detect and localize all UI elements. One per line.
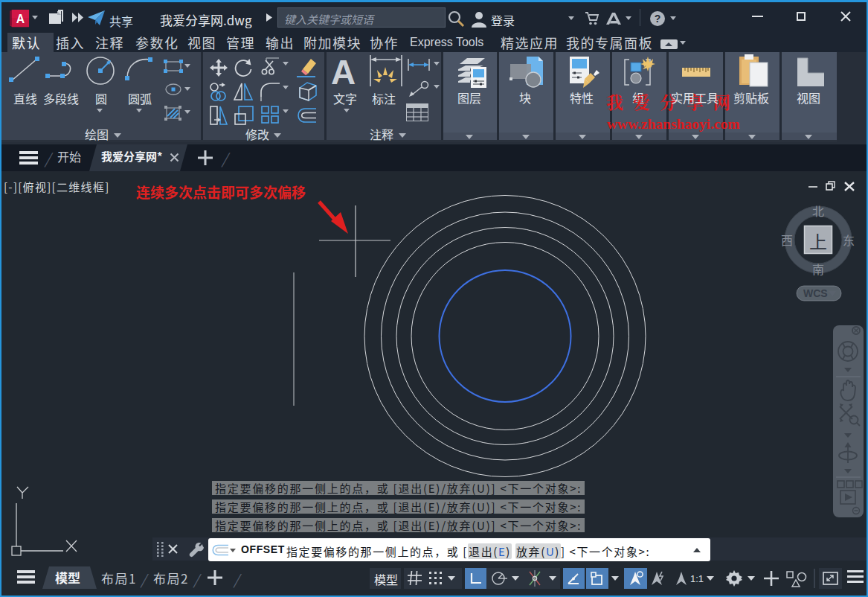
svg-text:南: 南 (812, 260, 824, 278)
svg-text:上: 上 (809, 228, 827, 254)
svg-text:西: 西 (781, 231, 793, 249)
svg-text:WCS: WCS (803, 287, 828, 299)
svg-text:北: 北 (812, 202, 824, 220)
svg-text:?: ? (655, 13, 661, 25)
svg-text:东: 东 (843, 231, 855, 249)
svg-text:A: A (16, 13, 25, 25)
